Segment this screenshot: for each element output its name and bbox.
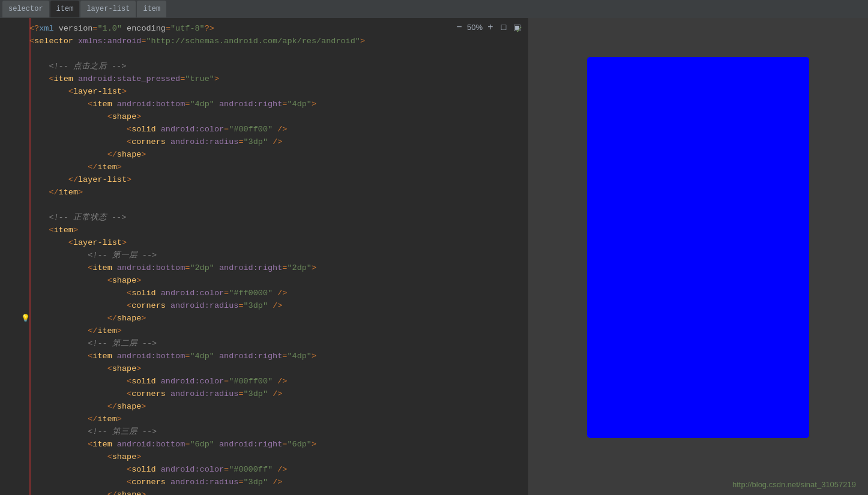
line-text: </layer-list> <box>29 174 528 187</box>
line-text: <solid android:color="#ff0000" /> <box>29 287 528 300</box>
code-pane: − 50% + □ ▣ ✓ <?xml version="1.0" encodi… <box>0 18 528 495</box>
line-text: <item android:bottom="4dp" android:right… <box>29 98 528 111</box>
line-text: </item> <box>29 325 528 338</box>
code-line: <shape> <box>0 451 528 464</box>
line-text: <item android:bottom="2dp" android:right… <box>29 262 528 275</box>
code-line: <solid android:color="#ff0000" /> <box>0 287 528 300</box>
line-marker: 💡 <box>21 313 29 325</box>
line-text: <layer-list> <box>29 86 528 98</box>
code-line: <solid android:color="#00ff00" /> <box>0 376 528 388</box>
line-text <box>29 48 528 61</box>
code-line: <selector xmlns:android="http://schemas.… <box>0 35 528 48</box>
line-text: <!-- 正常状态 --> <box>29 212 528 224</box>
preview-area <box>528 18 868 477</box>
line-text: <corners android:radius="3dp" /> <box>29 388 528 401</box>
bulb-icon[interactable]: 💡 <box>21 313 30 325</box>
tab-bar: selector item layer-list item <box>0 0 868 18</box>
code-line: </layer-list> <box>0 174 528 187</box>
line-text: <corners android:radius="3dp" /> <box>29 300 528 313</box>
line-text: </item> <box>29 187 528 199</box>
code-line: </item> <box>0 413 528 426</box>
code-line: <!-- 正常状态 --> <box>0 212 528 224</box>
line-text: </shape> <box>29 489 528 495</box>
code-line: <shape> <box>0 275 528 287</box>
line-text: <shape> <box>29 111 528 124</box>
line-text: <item> <box>29 224 528 237</box>
code-line: <corners android:radius="3dp" /> <box>0 136 528 149</box>
code-line: </shape> <box>0 149 528 161</box>
main-content: − 50% + □ ▣ ✓ <?xml version="1.0" encodi… <box>0 18 868 495</box>
code-line: <corners android:radius="3dp" /> <box>0 476 528 489</box>
line-text: <corners android:radius="3dp" /> <box>29 476 528 489</box>
code-line: </shape> <box>0 401 528 413</box>
line-text: <solid android:color="#00ff00" /> <box>29 124 528 136</box>
code-line: <item android:bottom="6dp" android:right… <box>0 439 528 451</box>
tab-layer-list-label: layer-list <box>86 5 130 13</box>
shape-preview <box>587 57 809 438</box>
line-text: <shape> <box>29 275 528 287</box>
code-line: </shape> <box>0 489 528 495</box>
line-text: <!-- 点击之后 --> <box>29 61 528 73</box>
code-line: <!-- 第一层 --> <box>0 250 528 262</box>
line-text: <solid android:color="#00ff00" /> <box>29 376 528 388</box>
line-text: <layer-list> <box>29 237 528 250</box>
code-line: <?xml version="1.0" encoding="utf-8"?> <box>0 23 528 35</box>
tab-selector-label: selector <box>8 5 43 13</box>
line-text: <item android:state_pressed="true"> <box>29 73 528 86</box>
code-line: <!-- 第三层 --> <box>0 426 528 439</box>
code-line: <solid android:color="#0000ff" /> <box>0 464 528 476</box>
line-text: </shape> <box>29 313 528 325</box>
code-line: </item> <box>0 325 528 338</box>
code-line <box>0 48 528 61</box>
line-text: <selector xmlns:android="http://schemas.… <box>29 35 528 48</box>
code-line: <!-- 第二层 --> <box>0 338 528 350</box>
code-line: </item> <box>0 187 528 199</box>
code-line: <!-- 点击之后 --> <box>0 61 528 73</box>
code-line <box>0 199 528 212</box>
code-line: <item android:bottom="2dp" android:right… <box>0 262 528 275</box>
line-text: </item> <box>29 161 528 174</box>
tab-layer-list[interactable]: layer-list <box>80 1 136 17</box>
tab-item1-label: item <box>56 5 74 13</box>
tab-item1[interactable]: item <box>50 1 80 17</box>
line-text: <item android:bottom="6dp" android:right… <box>29 439 528 451</box>
line-text: <solid android:color="#0000ff" /> <box>29 464 528 476</box>
bottom-url: http://blog.csdn.net/sinat_31057219 <box>528 477 868 489</box>
line-text: </shape> <box>29 149 528 161</box>
line-text: <!-- 第二层 --> <box>29 338 528 350</box>
line-text <box>29 199 528 212</box>
code-editor[interactable]: <?xml version="1.0" encoding="utf-8"?> <… <box>0 18 528 495</box>
code-line: <shape> <box>0 111 528 124</box>
code-line: <layer-list> <box>0 237 528 250</box>
code-line-with-bulb: 💡 </shape> <box>0 313 528 325</box>
line-text: <item android:bottom="4dp" android:right… <box>29 350 528 363</box>
code-line: <shape> <box>0 363 528 376</box>
code-line: <item android:bottom="4dp" android:right… <box>0 98 528 111</box>
tab-item2[interactable]: item <box>137 1 166 17</box>
code-line: <corners android:radius="3dp" /> <box>0 388 528 401</box>
line-text: <!-- 第一层 --> <box>29 250 528 262</box>
line-text: <?xml version="1.0" encoding="utf-8"?> <box>29 23 528 35</box>
line-text: </item> <box>29 413 528 426</box>
line-text: </shape> <box>29 401 528 413</box>
code-line: <item> <box>0 224 528 237</box>
code-line: <layer-list> <box>0 86 528 98</box>
preview-pane: http://blog.csdn.net/sinat_31057219 <box>528 18 868 495</box>
code-line: <item android:bottom="4dp" android:right… <box>0 350 528 363</box>
line-text: <shape> <box>29 363 528 376</box>
line-text: <corners android:radius="3dp" /> <box>29 136 528 149</box>
code-line: <item android:state_pressed="true"> <box>0 73 528 86</box>
line-text: <!-- 第三层 --> <box>29 426 528 439</box>
code-line: <solid android:color="#00ff00" /> <box>0 124 528 136</box>
code-line: </item> <box>0 161 528 174</box>
line-text: <shape> <box>29 451 528 464</box>
tab-item2-label: item <box>143 5 160 13</box>
tab-selector[interactable]: selector <box>2 1 49 17</box>
code-line: <corners android:radius="3dp" /> <box>0 300 528 313</box>
shape-layer-red <box>587 57 809 438</box>
